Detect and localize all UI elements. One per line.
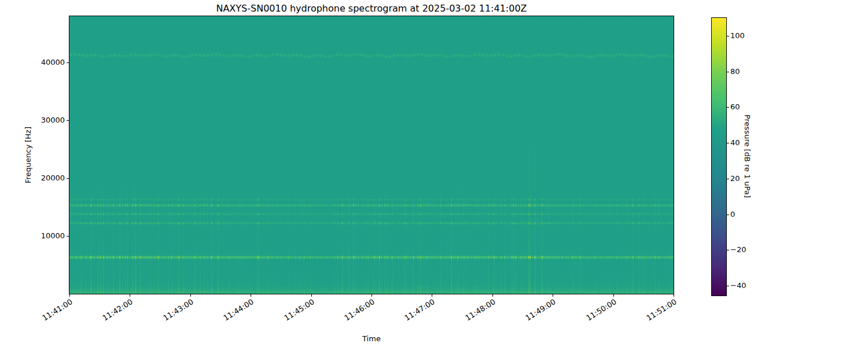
colorbar-tick-mark <box>727 250 729 250</box>
x-tick-mark <box>69 294 70 297</box>
x-tick-mark <box>553 294 553 297</box>
x-tick-label: 11:44:00 <box>222 297 255 323</box>
y-tick-label: 30000 <box>0 116 65 124</box>
colorbar-tick-label: 0 <box>730 211 735 219</box>
colorbar-tick-label: 100 <box>730 32 745 40</box>
plot-title: NAXYS-SN0010 hydrophone spectrogram at 2… <box>69 3 674 14</box>
x-tick-mark <box>311 294 312 297</box>
y-tick-label: 40000 <box>0 58 65 67</box>
y-tick-label: 10000 <box>0 232 65 240</box>
y-tick-label: 20000 <box>0 174 65 182</box>
colorbar <box>711 17 727 296</box>
colorbar-tick-mark <box>727 179 729 179</box>
colorbar-tick-label: −20 <box>730 246 746 254</box>
x-tick-label: 11:42:00 <box>101 297 134 323</box>
x-tick-label: 11:41:00 <box>41 297 73 323</box>
x-tick-mark <box>492 294 493 297</box>
x-tick-label: 11:43:00 <box>161 297 194 323</box>
x-tick-mark <box>130 294 130 297</box>
colorbar-tick-label: 60 <box>730 103 740 111</box>
y-tick-mark <box>67 178 69 179</box>
colorbar-tick-mark <box>727 286 729 286</box>
x-tick-mark <box>432 294 432 297</box>
x-tick-label: 11:45:00 <box>282 297 315 323</box>
y-tick-mark <box>67 236 69 237</box>
colorbar-tick-label: 80 <box>730 68 740 76</box>
x-tick-mark <box>613 294 614 297</box>
x-tick-label: 11:48:00 <box>464 297 496 323</box>
y-tick-mark <box>67 120 69 121</box>
colorbar-tick-label: 40 <box>730 139 740 147</box>
colorbar-tick-label: −40 <box>730 282 746 290</box>
x-tick-mark <box>674 294 674 297</box>
x-tick-label: 11:50:00 <box>584 297 617 323</box>
y-tick-mark <box>67 62 69 63</box>
colorbar-tick-label: 20 <box>730 175 740 183</box>
x-tick-label: 11:51:00 <box>645 297 678 323</box>
x-tick-label: 11:46:00 <box>343 297 376 323</box>
x-tick-mark <box>372 294 372 297</box>
x-tick-mark <box>251 294 251 297</box>
colorbar-tick-mark <box>727 72 729 72</box>
colorbar-tick-mark <box>727 215 729 215</box>
x-tick-label: 11:49:00 <box>524 297 557 323</box>
colorbar-tick-mark <box>727 107 729 108</box>
colorbar-tick-mark <box>727 36 729 36</box>
x-axis-label: Time <box>69 334 674 343</box>
colorbar-tick-mark <box>727 143 729 143</box>
x-tick-mark <box>190 294 191 297</box>
spectrogram-heatmap <box>69 16 674 294</box>
x-tick-label: 11:47:00 <box>403 297 436 323</box>
figure: NAXYS-SN0010 hydrophone spectrogram at 2… <box>0 0 868 347</box>
